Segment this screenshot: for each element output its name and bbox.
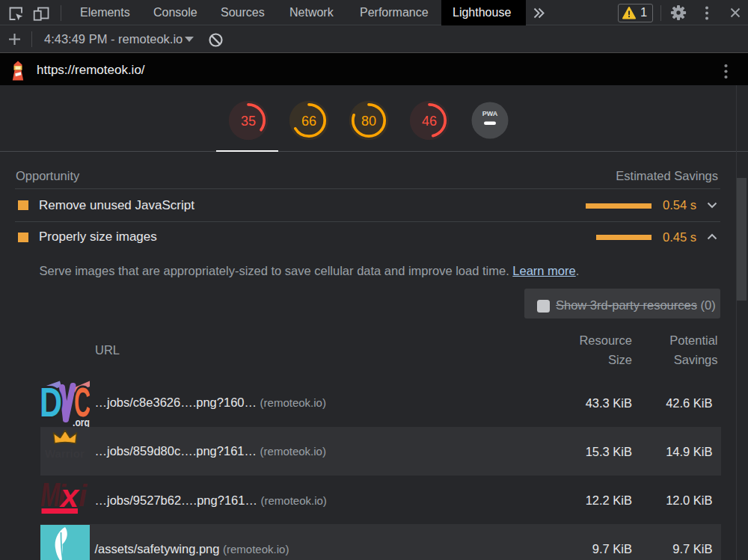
svg-text:Warrior: Warrior <box>45 447 85 460</box>
svg-text:.org: .org <box>73 416 90 428</box>
svg-text:66: 66 <box>301 114 316 129</box>
svg-text:i: i <box>79 479 88 512</box>
svg-text:PWA: PWA <box>482 110 498 117</box>
svg-text:35: 35 <box>241 114 256 129</box>
svg-text:x: x <box>59 479 80 514</box>
svg-text:46: 46 <box>422 114 437 129</box>
svg-text:D: D <box>40 379 62 425</box>
svg-text:80: 80 <box>361 114 376 129</box>
